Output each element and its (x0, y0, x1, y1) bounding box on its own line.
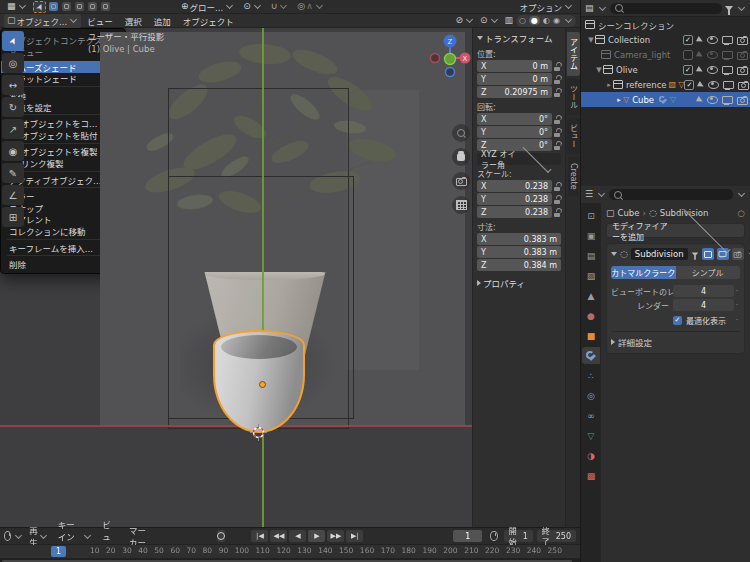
shading-solid[interactable]: ● (529, 16, 540, 25)
outliner-row-olive[interactable]: ▼ Olive ✓ (581, 62, 750, 77)
breadcrumb-object[interactable]: Cube (618, 208, 640, 218)
outliner-row-camera-light[interactable]: Camera_light (581, 47, 750, 62)
viewport-levels-field[interactable]: 4 (673, 285, 734, 297)
zoom-button[interactable] (452, 124, 470, 142)
menu-select[interactable]: 選択 (119, 15, 148, 27)
play-reverse-button[interactable]: ◀ (289, 530, 306, 542)
tool-transform[interactable]: ◉ (2, 141, 24, 161)
tab-particles[interactable]: ∴ (582, 367, 600, 384)
viewport-disable-icon[interactable] (723, 81, 734, 89)
lock-icon[interactable] (554, 62, 561, 71)
properties-subpanel-header[interactable]: プロパティ (477, 277, 561, 289)
selectable-icon[interactable] (697, 80, 705, 88)
tab-scene[interactable]: ▲ (582, 287, 600, 304)
advanced-subpanel-header[interactable]: 詳細設定 (611, 331, 740, 348)
animate-dot-icon[interactable]: · (734, 316, 740, 325)
mode-dropdown[interactable]: ▢ オブジェク... (4, 14, 81, 28)
hide-eye-icon[interactable] (708, 81, 719, 89)
tab-view[interactable]: ビュー (567, 118, 580, 154)
active-tool-select-box[interactable]: ➤ (33, 1, 47, 13)
3d-cursor[interactable] (250, 424, 267, 441)
tab-material[interactable]: ◑ (582, 447, 600, 464)
tab-modifiers[interactable] (582, 347, 600, 364)
select-mode-subtract[interactable] (75, 2, 84, 11)
ortho-toggle-button[interactable] (452, 196, 470, 214)
outliner-row-scene-collection[interactable]: シーンコレクション (581, 17, 750, 32)
render-levels-field[interactable]: 4 (673, 299, 734, 311)
filter-icon[interactable] (725, 6, 733, 11)
dim-z-field[interactable]: Z0.384 m (477, 259, 561, 271)
expand-arrow-icon[interactable]: ▸ (615, 96, 623, 104)
tab-texture[interactable]: ▩ (582, 467, 600, 484)
timeline-editor-icon[interactable] (4, 531, 11, 541)
xray-toggle[interactable]: ▥ (502, 15, 517, 26)
scale-z-field[interactable]: Z0.238 (477, 206, 552, 218)
menu-add[interactable]: 追加 (148, 15, 177, 27)
gizmos-dropdown[interactable]: ⊘ (452, 15, 477, 26)
tool-add-cube[interactable]: ⊞ (2, 207, 24, 227)
selectable-icon[interactable] (696, 95, 704, 103)
tab-object-data[interactable]: ▽ (582, 427, 600, 444)
lock-icon[interactable] (554, 195, 561, 204)
tool-scale[interactable]: ↗ (2, 119, 24, 139)
exclude-checkbox[interactable]: ✓ (683, 65, 693, 75)
lock-icon[interactable] (554, 141, 561, 150)
tab-view-layer[interactable]: ▧ (582, 267, 600, 284)
menu-view[interactable]: ビュー (81, 15, 119, 27)
scale-y-field[interactable]: Y0.238 (477, 193, 552, 205)
current-frame-playhead[interactable]: 1 (51, 546, 66, 557)
hide-eye-icon[interactable] (707, 36, 718, 44)
pin-icon[interactable]: ○ (738, 208, 745, 218)
tool-annotate[interactable]: ✎ (2, 163, 24, 183)
hide-eye-icon[interactable] (707, 96, 718, 104)
expand-arrow-icon[interactable]: ▸ (605, 81, 613, 89)
tab-constraints[interactable]: ∞ (582, 407, 600, 424)
proportional-edit-dropdown[interactable]: ◎∧ (294, 1, 326, 12)
exclude-checkbox[interactable]: ✓ (684, 80, 694, 90)
hide-eye-icon[interactable] (707, 51, 718, 59)
editor-type-select[interactable]: ▦ (4, 1, 30, 12)
rotation-x-field[interactable]: X0° (477, 113, 552, 125)
tab-object[interactable]: ■ (582, 327, 600, 344)
edit-mode-toggle[interactable] (702, 248, 714, 260)
lock-icon[interactable] (554, 115, 561, 124)
viewport-disable-icon[interactable] (722, 51, 733, 59)
outliner-row-cube-selected[interactable]: ▸ ▽ Cube ▽ (581, 92, 750, 107)
rotation-mode-dropdown[interactable]: XYZ オイラー角 (477, 153, 561, 165)
transform-panel-header[interactable]: トランスフォーム (477, 32, 561, 44)
tab-tool[interactable]: ツール (567, 79, 580, 115)
lock-icon[interactable] (554, 75, 561, 84)
next-keyframe-button[interactable]: ▶▶ (327, 530, 344, 542)
collapse-arrow-icon[interactable] (611, 252, 617, 256)
play-button[interactable]: ▶ (308, 530, 325, 542)
exclude-checkbox[interactable] (683, 50, 693, 60)
pivot-point-dropdown[interactable]: ⊙ (240, 1, 265, 12)
expand-arrow-icon[interactable]: ▼ (595, 66, 603, 74)
select-mode-extend[interactable] (62, 2, 71, 11)
outliner-row-collection[interactable]: ▼ Collection ✓ (581, 32, 750, 47)
render-disable-icon[interactable] (737, 67, 748, 75)
on-cage-toggle[interactable] (691, 252, 697, 256)
tab-physics[interactable]: ◎ (582, 387, 600, 404)
render-display-toggle[interactable] (732, 248, 744, 260)
viewport-disable-icon[interactable] (722, 96, 733, 104)
prev-keyframe-button[interactable]: ◀◀ (270, 530, 287, 542)
tool-rotate[interactable]: ↻ (2, 97, 24, 117)
viewport-disable-icon[interactable] (722, 36, 733, 44)
outliner-row-reference[interactable]: ▸ reference ▧ ▽ ✓ (581, 77, 750, 92)
location-x-field[interactable]: X0 m (477, 60, 552, 72)
properties-search-input[interactable] (609, 189, 733, 200)
frame-end-field[interactable]: 終了250 (537, 530, 576, 542)
select-mode-invert[interactable] (88, 2, 97, 11)
location-y-field[interactable]: Y0 m (477, 73, 552, 85)
render-disable-icon[interactable] (737, 52, 748, 60)
frame-start-field[interactable]: 開始1 (504, 530, 533, 542)
properties-editor-icon[interactable]: ☰ (585, 190, 593, 199)
auto-keying-record-button[interactable] (217, 530, 225, 542)
lock-icon[interactable] (554, 88, 561, 97)
camera-view-button[interactable] (452, 172, 470, 190)
jump-to-start-button[interactable]: |◀ (251, 530, 268, 542)
viewport-disable-icon[interactable] (722, 66, 733, 74)
select-mode-intersect[interactable] (101, 2, 110, 11)
selectable-icon[interactable] (696, 50, 704, 58)
